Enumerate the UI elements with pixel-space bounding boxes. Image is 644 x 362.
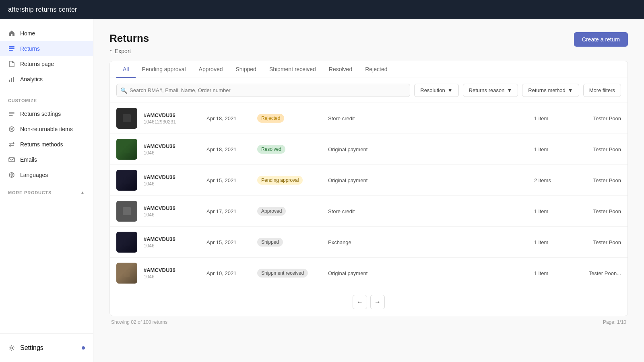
customize-label: CUSTOMIZE xyxy=(0,97,93,106)
row-resolution: Original payment xyxy=(328,177,528,183)
sidebar-item-languages[interactable]: Languages xyxy=(0,167,93,183)
returns-method-filter[interactable]: Returns method ▼ xyxy=(522,84,579,97)
returns-settings-icon xyxy=(8,110,15,117)
row-customer: Tester Poon xyxy=(573,239,621,245)
page-text: Page: 1/10 xyxy=(603,319,626,325)
row-date: Apr 17, 2021 xyxy=(206,208,251,214)
export-label: Export xyxy=(115,48,131,54)
more-filters-button[interactable]: More filters xyxy=(583,84,621,97)
tab-all[interactable]: All xyxy=(116,61,136,78)
row-resolution: Original payment xyxy=(328,270,528,276)
settings-gear-icon xyxy=(8,344,15,352)
returns-icon xyxy=(8,45,15,52)
row-rma-id: #AMCVDU36 xyxy=(144,236,200,242)
svg-rect-3 xyxy=(9,80,10,82)
svg-rect-5 xyxy=(13,77,14,82)
svg-rect-1 xyxy=(9,48,14,49)
settings-notification-dot xyxy=(82,346,85,350)
row-items: 1 item xyxy=(534,115,566,121)
filters-row: 🔍 Resolution ▼ Returns reason ▼ Returns … xyxy=(110,78,627,103)
email-icon xyxy=(8,156,15,163)
svg-rect-7 xyxy=(9,158,14,162)
nav-section: Home Returns Returns page Analytics xyxy=(0,19,93,90)
prev-page-button[interactable]: ← xyxy=(353,295,367,309)
status-badge: Approved xyxy=(257,207,286,216)
row-id: #AMCVDU36 1046 xyxy=(144,236,200,249)
returns-method-filter-label: Returns method xyxy=(528,87,566,93)
sidebar-item-returns-methods[interactable]: Returns methods xyxy=(0,137,93,152)
main-content: Returns ↑ Export Create a return All Pen… xyxy=(93,19,644,362)
export-icon: ↑ xyxy=(109,48,112,54)
row-image xyxy=(116,139,137,160)
table-row[interactable]: #AMCVDU36 104612930231 Apr 18, 2021 Reje… xyxy=(110,103,627,134)
status-badge: Shippment received xyxy=(257,269,308,278)
status-badge: Resolved xyxy=(257,145,285,154)
sidebar-item-returns[interactable]: Returns xyxy=(0,41,93,56)
analytics-icon xyxy=(8,76,15,83)
more-products-section[interactable]: MORE PRODUCTS ▲ xyxy=(0,186,93,200)
tab-shipped[interactable]: Shipped xyxy=(229,61,262,78)
sidebar-item-emails[interactable]: Emails xyxy=(0,152,93,167)
row-resolution: Store credit xyxy=(328,208,528,214)
row-rma-id: #AMCVDU36 xyxy=(144,112,200,118)
search-input[interactable] xyxy=(116,84,410,97)
sidebar-item-non-returnable[interactable]: Non-returnable items xyxy=(0,121,93,137)
sidebar: Home Returns Returns page Analytics xyxy=(0,19,93,362)
title-area: Returns ↑ Export xyxy=(109,32,149,54)
status-badge: Shipped xyxy=(257,238,283,247)
tab-approved[interactable]: Approved xyxy=(192,61,229,78)
tab-pending-approval[interactable]: Pending approval xyxy=(136,61,192,78)
table-row[interactable]: #AMCVDU36 1046 Apr 10, 2021 Shippment re… xyxy=(110,258,627,288)
chevron-down-icon: ▼ xyxy=(448,87,453,93)
row-id: #AMCVDU36 104612930231 xyxy=(144,112,200,125)
sidebar-item-home[interactable]: Home xyxy=(0,26,93,41)
row-id: #AMCVDU36 1046 xyxy=(144,267,200,280)
globe-icon xyxy=(8,171,15,179)
row-status: Pending approval xyxy=(257,176,322,185)
row-status: Rejected xyxy=(257,114,322,123)
next-page-button[interactable]: → xyxy=(370,295,385,309)
sidebar-label-returns: Returns xyxy=(20,45,40,52)
page-icon xyxy=(8,60,15,68)
sidebar-label-returns-page: Returns page xyxy=(20,61,54,67)
sidebar-label-returns-settings: Returns settings xyxy=(20,111,61,117)
row-status: Approved xyxy=(257,207,322,216)
footer-info: Showing 02 of 100 returns Page: 1/10 xyxy=(109,316,628,325)
table-row[interactable]: #AMCVDU36 1046 Apr 17, 2021 Approved Sto… xyxy=(110,196,627,227)
sidebar-label-home: Home xyxy=(20,30,35,37)
resolution-filter-label: Resolution xyxy=(420,87,445,93)
row-date: Apr 15, 2021 xyxy=(206,239,251,245)
sidebar-item-analytics[interactable]: Analytics xyxy=(0,72,93,87)
sidebar-label-analytics: Analytics xyxy=(20,76,43,82)
svg-rect-10 xyxy=(123,114,131,122)
table-row[interactable]: #AMCVDU36 1046 Apr 18, 2021 Resolved Ori… xyxy=(110,134,627,165)
home-icon xyxy=(8,30,15,37)
export-button[interactable]: ↑ Export xyxy=(109,48,131,54)
row-order-id: 1046 xyxy=(144,274,200,280)
tab-rejected[interactable]: Rejected xyxy=(359,61,394,78)
row-items: 1 item xyxy=(534,146,566,152)
returns-card: All Pending approval Approved Shipped Sh… xyxy=(109,61,628,316)
row-resolution: Exchange xyxy=(328,239,528,245)
returns-reason-filter[interactable]: Returns reason ▼ xyxy=(463,84,518,97)
row-image xyxy=(116,201,137,222)
tabs-row: All Pending approval Approved Shipped Sh… xyxy=(110,61,627,78)
row-rma-id: #AMCVDU36 xyxy=(144,143,200,149)
table-row[interactable]: #AMCVDU36 1046 Apr 15, 2021 Pending appr… xyxy=(110,165,627,196)
tab-resolved[interactable]: Resolved xyxy=(322,61,359,78)
tab-shipment-received[interactable]: Shipment received xyxy=(263,61,322,78)
circle-x-icon xyxy=(8,125,15,133)
row-customer: Tester Poon xyxy=(573,208,621,214)
row-date: Apr 15, 2021 xyxy=(206,177,251,183)
sidebar-label-non-returnable: Non-returnable items xyxy=(20,126,73,132)
pagination: ← → xyxy=(110,288,627,316)
table-row[interactable]: #AMCVDU36 1046 Apr 15, 2021 Shipped Exch… xyxy=(110,227,627,258)
sidebar-item-returns-settings[interactable]: Returns settings xyxy=(0,106,93,121)
sidebar-item-settings[interactable]: Settings xyxy=(0,340,93,356)
sidebar-item-returns-page[interactable]: Returns page xyxy=(0,56,93,72)
resolution-filter[interactable]: Resolution ▼ xyxy=(414,84,458,97)
create-return-button[interactable]: Create a return xyxy=(574,32,628,47)
row-status: Shipped xyxy=(257,238,322,247)
row-rma-id: #AMCVDU36 xyxy=(144,205,200,211)
row-date: Apr 18, 2021 xyxy=(206,146,251,152)
